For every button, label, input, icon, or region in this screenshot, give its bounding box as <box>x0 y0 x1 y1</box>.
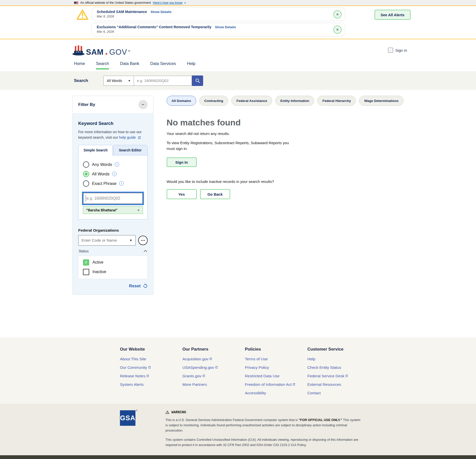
close-icon[interactable]: × <box>333 25 342 34</box>
nav-item-help[interactable]: Help <box>187 61 195 68</box>
header-sign-in[interactable]: ← Sign In <box>388 48 407 53</box>
gsa-logo: GSA ® <box>120 410 136 426</box>
footer-link-federal-service-desk[interactable]: Federal Service Desk <box>307 372 370 380</box>
footer-link-check-entity-status[interactable]: Check Entity Status <box>307 363 370 372</box>
info-icon[interactable]: i <box>119 181 124 186</box>
footer-link-foia[interactable]: Freedom of Information Act <box>245 380 307 389</box>
results-area: All Domains Contracting Federal Assistan… <box>167 96 476 199</box>
nav-item-data-services[interactable]: Data Services <box>150 61 176 68</box>
federal-orgs-row: Enter Code or Name ▼ <box>78 235 148 246</box>
pill-federal-hierarchy[interactable]: Federal Hierarchy <box>317 96 356 106</box>
collapse-filters-button[interactable]: − <box>138 100 148 109</box>
footer-col-our-partners: Our Partners Acquisition.gov USASpending… <box>182 347 245 397</box>
keyword-info-text: For more information on how to use our k… <box>78 129 148 141</box>
close-icon[interactable]: × <box>333 10 342 18</box>
footer-link-usaspending-gov[interactable]: USASpending.gov <box>182 363 245 372</box>
footer-link-grants-gov[interactable]: Grants.gov <box>182 372 245 380</box>
nav-item-search[interactable]: Search <box>96 61 109 69</box>
footer-link-privacy-policy[interactable]: Privacy Policy <box>245 363 307 372</box>
gov-banner: An official website of the United States… <box>0 0 476 5</box>
info-icon[interactable]: i <box>112 172 117 176</box>
search-mode-select[interactable]: All Words ▼ <box>103 76 134 86</box>
logo-star-icon: ★ <box>105 52 108 55</box>
show-details-link[interactable]: Show Details <box>150 10 171 14</box>
warning-title: WARNING <box>171 410 186 414</box>
footer-link-label: System Alerts <box>120 382 144 387</box>
warning-p1-bold: "FOR OFFICIAL USE ONLY." <box>299 418 342 422</box>
yes-button[interactable]: Yes <box>167 189 197 199</box>
sign-in-required-message: To view Entity Registrations, Subcontrac… <box>167 140 293 151</box>
search-icon <box>195 78 200 83</box>
sam-gov-logo[interactable]: SAM ★ GOV ® <box>72 45 130 56</box>
caret-down-icon: ▼ <box>129 239 132 242</box>
footer-link-label: Terms of Use <box>245 357 268 361</box>
go-back-button[interactable]: Go Back <box>200 189 230 199</box>
footer-link-system-alerts[interactable]: System Alerts <box>120 380 182 389</box>
global-search-input[interactable] <box>134 76 192 86</box>
radio-label: Exact Phrase <box>92 181 116 186</box>
info-icon[interactable]: i <box>115 162 119 167</box>
footer-col-our-website: Our Website About This Site Our Communit… <box>120 347 182 397</box>
radio-all-words[interactable] <box>83 171 89 177</box>
radio-label: Any Words <box>92 162 112 167</box>
search-band-label: Search <box>74 78 89 83</box>
footer-link-help[interactable]: Help <box>307 355 370 363</box>
keyword-chip-text: "Barsha Bhattarai" <box>86 208 117 212</box>
footer-link-label: USASpending.gov <box>182 365 214 370</box>
nav-item-home[interactable]: Home <box>74 61 85 68</box>
pill-entity-information[interactable]: Entity Information <box>275 96 314 106</box>
sign-in-button[interactable]: Sign In <box>167 157 197 167</box>
chip-close-icon[interactable]: × <box>137 208 140 212</box>
search-submit-button[interactable] <box>192 75 203 86</box>
see-all-alerts-button[interactable]: See All Alerts <box>375 10 411 20</box>
warning-triangle-icon <box>165 411 169 414</box>
footer-link-our-community[interactable]: Our Community <box>120 363 182 372</box>
footer-link-label: Federal Service Desk <box>307 374 344 378</box>
show-details-link[interactable]: Show Details <box>215 25 236 29</box>
checkbox-label: Active <box>92 260 103 265</box>
chevron-up-icon <box>144 250 147 252</box>
keyword-input[interactable] <box>83 193 143 204</box>
pill-wage-determinations[interactable]: Wage Determinations <box>359 96 404 106</box>
tab-simple-search[interactable]: Simple Search <box>78 145 113 155</box>
status-toggle[interactable]: Status <box>78 249 148 253</box>
alert-item: Scheduled SAM Maintenance Show Details M… <box>91 7 345 21</box>
footer-link-terms-of-use[interactable]: Terms of Use <box>245 355 307 363</box>
alert-icon-column <box>73 7 91 20</box>
footer-link-about-this-site[interactable]: About This Site <box>120 355 182 363</box>
checkbox-inactive[interactable] <box>83 269 89 275</box>
footer-link-more-partners[interactable]: More Partners <box>182 380 245 389</box>
no-matches-heading: No matches found <box>167 118 404 127</box>
footer-link-accessibility[interactable]: Accessibility <box>245 389 307 397</box>
pill-contracting[interactable]: Contracting <box>199 96 228 106</box>
more-options-button[interactable] <box>138 236 148 245</box>
nav-item-data-bank[interactable]: Data Bank <box>120 61 139 68</box>
simple-search-panel: Any Words i All Words i Exact Phrase i <box>78 155 148 220</box>
footer-link-external-resources[interactable]: External Resources <box>307 380 370 389</box>
external-link-icon <box>292 382 295 387</box>
checkbox-active[interactable]: ✓ <box>83 259 89 266</box>
footer-heading: Our Website <box>120 347 182 352</box>
footer-link-acquisition-gov[interactable]: Acquisition.gov <box>182 355 245 363</box>
footer-link-contact[interactable]: Contact <box>307 389 370 397</box>
check-row-inactive: Inactive <box>83 269 143 275</box>
reset-filters[interactable]: Reset <box>78 284 148 289</box>
pill-all-domains[interactable]: All Domains <box>167 96 196 106</box>
warning-triangle-icon <box>76 9 89 20</box>
how-you-know-link[interactable]: Here's how you know <box>153 1 182 4</box>
help-guide-link[interactable]: help guide <box>119 135 136 139</box>
radio-exact-phrase[interactable] <box>83 180 89 187</box>
radio-any-words[interactable] <box>83 161 89 168</box>
chevron-down-icon: ▾ <box>184 1 186 4</box>
federal-orgs-select[interactable]: Enter Code or Name ▼ <box>78 235 136 246</box>
footer-link-release-notes[interactable]: Release Notes <box>120 372 182 380</box>
footer-link-label: About This Site <box>120 357 146 361</box>
search-mode-value: All Words <box>107 79 122 83</box>
radio-row-exact-phrase: Exact Phrase i <box>83 180 143 187</box>
pill-federal-assistance[interactable]: Federal Assistance <box>231 96 272 106</box>
footer-link-restricted-data-use[interactable]: Restricted Data Use <box>245 372 307 380</box>
warning-title-row: WARNING <box>165 410 363 414</box>
tab-search-editor[interactable]: Search Editor <box>113 145 148 155</box>
filter-header: Filter By − <box>73 96 153 113</box>
footer-link-label: Accessibility <box>245 391 266 395</box>
